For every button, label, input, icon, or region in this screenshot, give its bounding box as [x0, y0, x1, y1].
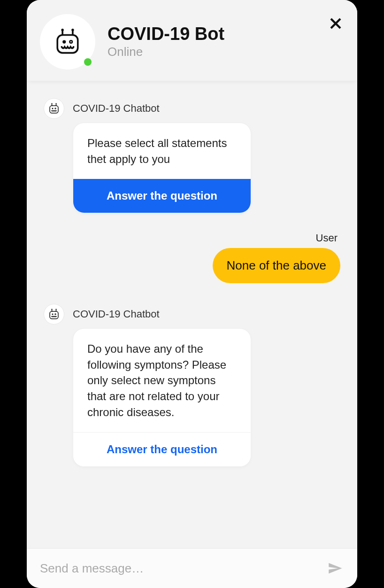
chat-window: COVID-19 Bot Online COVID-19 Chatbot Ple… [27, 0, 357, 588]
sender-label: User [44, 232, 338, 244]
robot-icon [48, 309, 60, 320]
answer-question-button[interactable]: Answer the question [73, 432, 251, 466]
bot-status: Online [108, 45, 224, 59]
bot-avatar [40, 14, 95, 70]
robot-icon [54, 28, 81, 55]
input-bar [27, 548, 357, 588]
bot-text: Do you have any of the following sympton… [73, 329, 251, 432]
user-message: User None of the above [44, 232, 340, 283]
bot-message: COVID-19 Chatbot Please select all state… [44, 98, 340, 213]
bot-message-avatar [44, 304, 64, 325]
robot-icon [48, 103, 60, 114]
bot-message-avatar [44, 98, 64, 119]
bot-message: COVID-19 Chatbot Do you have any of the … [44, 304, 340, 467]
answer-question-button[interactable]: Answer the question [73, 179, 251, 213]
message-input[interactable] [40, 561, 325, 576]
online-status-dot [84, 58, 92, 66]
sender-label: COVID-19 Chatbot [73, 304, 160, 325]
user-bubble: None of the above [213, 248, 341, 283]
header-text: COVID-19 Bot Online [108, 24, 224, 60]
send-icon [327, 560, 343, 576]
chat-header: COVID-19 Bot Online [27, 0, 357, 81]
bot-title: COVID-19 Bot [108, 24, 224, 44]
send-button[interactable] [325, 559, 344, 578]
sender-label: COVID-19 Chatbot [73, 98, 160, 119]
bot-bubble: Please select all statements thet apply … [73, 123, 251, 213]
messages-area: COVID-19 Chatbot Please select all state… [27, 81, 357, 548]
close-button[interactable] [327, 15, 344, 32]
bot-bubble: Do you have any of the following sympton… [73, 328, 251, 467]
close-icon [329, 16, 343, 31]
bot-text: Please select all statements thet apply … [73, 123, 251, 179]
